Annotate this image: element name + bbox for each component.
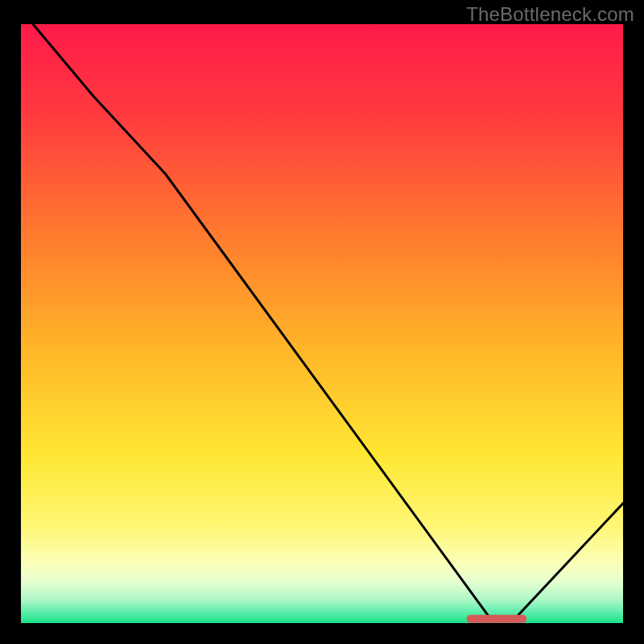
chart-svg — [21, 24, 623, 623]
watermark-text: TheBottleneck.com — [466, 3, 634, 26]
chart-frame: TheBottleneck.com — [0, 0, 644, 644]
optimum-marker — [467, 615, 527, 623]
plot-area — [21, 24, 623, 623]
